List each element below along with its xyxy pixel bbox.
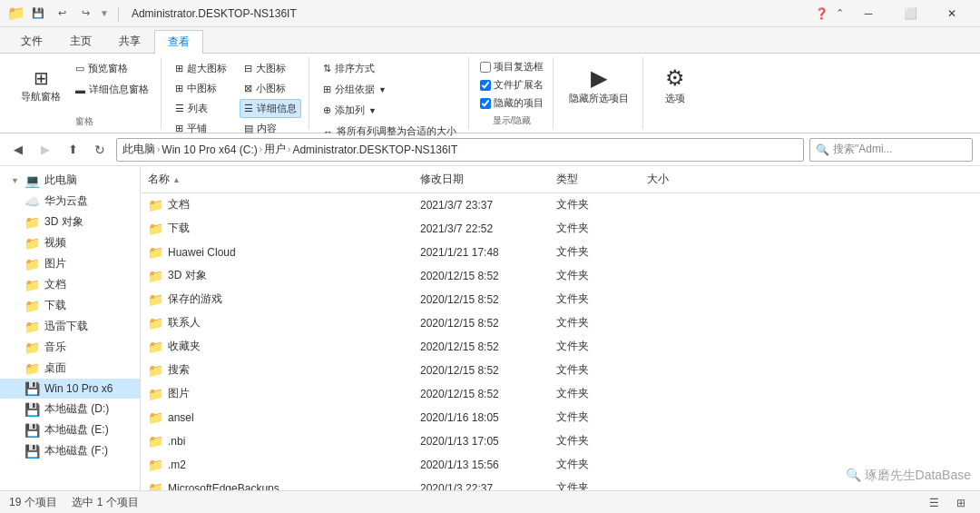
hidden-items-checkbox[interactable]: [480, 98, 491, 109]
sidebar-item-video[interactable]: 📁 视频: [0, 232, 140, 253]
checkbox-hidden-items[interactable]: 隐藏的项目: [478, 95, 545, 111]
tab-view[interactable]: 查看: [154, 30, 203, 54]
crumb-users[interactable]: 用户: [264, 142, 286, 157]
restore-btn[interactable]: ⬜: [889, 0, 931, 27]
btn-details[interactable]: ☰ 详细信息: [240, 99, 301, 118]
sidebar-item-d-drive[interactable]: 💾 本地磁盘 (D:): [0, 399, 140, 419]
col-name[interactable]: 名称 ▲: [141, 170, 413, 189]
help-btn[interactable]: ❓: [810, 3, 832, 25]
col-size[interactable]: 大小: [640, 170, 712, 189]
btn-tiles[interactable]: ⊞ 平铺: [171, 119, 232, 138]
file-date: 2020/12/15 8:52: [420, 317, 499, 330]
table-row[interactable]: 📁 图片 2020/12/15 8:52 文件夹: [141, 382, 980, 406]
btn-preview-pane[interactable]: ▭ 预览窗格: [71, 59, 153, 78]
table-row[interactable]: 📁 保存的游戏 2020/12/15 8:52 文件夹: [141, 288, 980, 311]
sidebar-item-music[interactable]: 📁 音乐: [0, 337, 140, 358]
btn-add-column[interactable]: ⊕ 添加列 ▼: [318, 101, 461, 120]
refresh-btn[interactable]: ↻: [89, 139, 111, 161]
btn-details-pane[interactable]: ▬ 详细信息窗格: [71, 80, 153, 99]
tab-file[interactable]: 文件: [7, 29, 56, 53]
sidebar-item-pc[interactable]: ▼ 💻 此电脑: [0, 170, 140, 191]
checkbox-file-ext[interactable]: 文件扩展名: [478, 77, 545, 93]
file-date: 2020/12/15 8:52: [420, 293, 499, 306]
table-row[interactable]: 📁 .nbi 2020/1/13 17:05 文件夹: [141, 429, 980, 453]
btn-content[interactable]: ▤ 内容: [240, 119, 301, 138]
file-date: 2020/12/15 8:52: [420, 340, 499, 353]
sidebar-item-huawei[interactable]: ☁️ 华为云盘: [0, 191, 140, 212]
crumb-pc[interactable]: 此电脑: [122, 142, 155, 157]
table-row[interactable]: 📁 联系人 2020/12/15 8:52 文件夹: [141, 311, 980, 335]
fit-icon: ↔: [323, 126, 333, 137]
qat-undo[interactable]: ↩: [53, 5, 71, 23]
btn-list[interactable]: ☰ 列表: [171, 99, 232, 118]
ribbon-content: ⊞ 导航窗格 ▭ 预览窗格 ▬ 详细信息窗格 窗格: [0, 53, 980, 133]
ribbon: 文件 主页 共享 查看 ⊞ 导航窗格 ▭ 预览窗格 ▬ 详细信息窗: [0, 27, 980, 133]
tab-home[interactable]: 主页: [56, 29, 105, 53]
details-icon: ▬: [75, 84, 85, 95]
table-row[interactable]: 📁 收藏夹 2020/12/15 8:52 文件夹: [141, 335, 980, 359]
sidebar-desktop-label: 桌面: [44, 360, 66, 376]
up-btn[interactable]: ⬆: [62, 139, 83, 161]
file-ext-checkbox[interactable]: [480, 80, 491, 91]
ribbon-group-layout: ⊞ 超大图标 ⊟ 大图标 ⊞ 中图标 ⊠ 小图标: [163, 57, 309, 129]
large-icon-toggle[interactable]: ⊞: [951, 493, 971, 513]
file-rows-container: 📁 文档 2021/3/7 23:37 文件夹 📁 下载 2021/3/7 22…: [141, 193, 980, 490]
close-btn[interactable]: ✕: [931, 0, 973, 27]
sidebar-item-pictures[interactable]: 📁 图片: [0, 253, 140, 274]
address-bar[interactable]: 此电脑 › Win 10 Pro x64 (C:) › 用户 › Adminis…: [116, 138, 804, 162]
col-name-label: 名称: [148, 172, 170, 187]
fit-label: 将所有列调整为合适的大小: [337, 124, 456, 138]
table-row[interactable]: 📁 Huawei Cloud 2021/1/21 17:48 文件夹: [141, 241, 980, 264]
sidebar-item-f-drive[interactable]: 💾 本地磁盘 (F:): [0, 440, 140, 461]
search-bar[interactable]: 🔍 搜索"Admi...: [809, 138, 973, 162]
minimize-btn[interactable]: ─: [848, 0, 889, 27]
table-row[interactable]: 📁 .m2 2020/1/13 15:56 文件夹: [141, 453, 980, 477]
sidebar-item-desktop[interactable]: 📁 桌面: [0, 358, 140, 379]
item-select-checkbox[interactable]: [480, 62, 491, 73]
table-row[interactable]: 📁 ansel 2020/1/16 18:05 文件夹: [141, 406, 980, 429]
sidebar-item-c-drive[interactable]: 💾 Win 10 Pro x6: [0, 379, 140, 399]
file-type: 文件夹: [556, 386, 589, 401]
btn-group-by[interactable]: ⊞ 分组依据 ▼: [318, 80, 461, 99]
large-icon: ⊟: [244, 63, 252, 74]
file-date: 2020/1/16 18:05: [420, 411, 499, 424]
forward-btn[interactable]: ▶: [34, 139, 56, 161]
desktop-icon: 📁: [24, 361, 40, 376]
crumb-admin[interactable]: Administrator.DESKTOP-NS136IT: [292, 143, 457, 156]
file-type-cell: 文件夹: [549, 290, 640, 309]
file-type-cell: 文件夹: [549, 195, 640, 214]
detail-view-toggle[interactable]: ☰: [924, 493, 944, 513]
file-name-cell: 📁 搜索: [141, 360, 413, 380]
sidebar-item-documents[interactable]: 📁 文档: [0, 274, 140, 295]
col-type[interactable]: 类型: [549, 170, 640, 189]
btn-sort[interactable]: ⇅ 排序方式: [318, 59, 461, 78]
file-type-cell: 文件夹: [549, 384, 640, 403]
btn-options[interactable]: ⚙ 选项: [652, 59, 698, 113]
table-row[interactable]: 📁 搜索 2020/12/15 8:52 文件夹: [141, 359, 980, 382]
sidebar-item-xunlei[interactable]: 📁 迅雷下载: [0, 316, 140, 337]
table-row[interactable]: 📁 文档 2021/3/7 23:37 文件夹: [141, 193, 980, 217]
sidebar: ▼ 💻 此电脑 ☁️ 华为云盘 📁 3D 对象 📁 视频 📁 图片 📁: [0, 166, 141, 490]
file-date: 2020/12/15 8:52: [420, 388, 499, 400]
table-row[interactable]: 📁 下载 2021/3/7 22:52 文件夹: [141, 217, 980, 241]
file-date: 2020/1/13 15:56: [420, 459, 499, 471]
table-row[interactable]: 📁 3D 对象 2020/12/15 8:52 文件夹: [141, 264, 980, 288]
btn-large-icons[interactable]: ⊟ 大图标: [240, 59, 301, 78]
btn-medium-icons[interactable]: ⊞ 中图标: [171, 79, 232, 98]
options-content: ⚙ 选项: [652, 59, 698, 115]
qat-save[interactable]: 💾: [29, 5, 47, 23]
sidebar-item-3d[interactable]: 📁 3D 对象: [0, 212, 140, 232]
crumb-drive[interactable]: Win 10 Pro x64 (C:): [162, 143, 257, 156]
btn-navigation-pane[interactable]: ⊞ 导航窗格: [15, 59, 67, 113]
tab-share[interactable]: 共享: [105, 29, 154, 53]
btn-hide-selected[interactable]: ▶ 隐藏所选项目: [563, 59, 635, 113]
qat-redo[interactable]: ↪: [76, 5, 94, 23]
sidebar-item-downloads[interactable]: 📁 下载: [0, 295, 140, 316]
btn-small-icons[interactable]: ⊠ 小图标: [240, 79, 301, 98]
table-row[interactable]: 📁 MicrosoftEdgeBackups 2020/1/3 22:37 文件…: [141, 477, 980, 490]
sidebar-item-e-drive[interactable]: 💾 本地磁盘 (E:): [0, 419, 140, 440]
back-btn[interactable]: ◀: [7, 139, 29, 161]
checkbox-item-select[interactable]: 项目复选框: [478, 59, 545, 74]
col-date[interactable]: 修改日期: [413, 170, 549, 189]
btn-extra-large-icons[interactable]: ⊞ 超大图标: [171, 59, 232, 78]
